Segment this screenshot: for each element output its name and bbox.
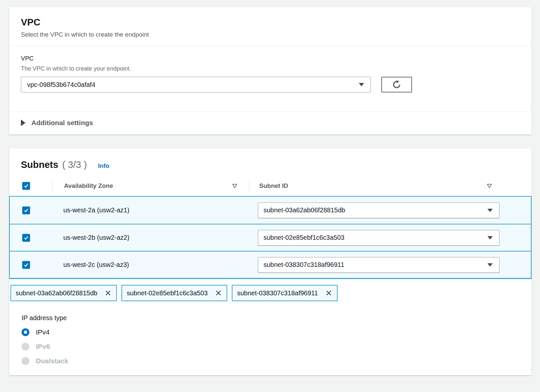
select-all-checkbox[interactable]	[22, 182, 30, 190]
subnet-token: subnet-038307c318af96911	[232, 285, 338, 301]
subnet-token-label: subnet-02e85ebf1c6c3a503	[127, 289, 208, 297]
subnets-selected-rows: us-west-2a (usw2-az1) subnet-03a62ab06f2…	[9, 196, 532, 279]
ipv4-option[interactable]: IPv4	[22, 328, 520, 336]
chevron-down-icon	[487, 236, 493, 239]
subnets-table-header: Availability Zone Subnet ID	[9, 175, 532, 196]
subnet-select-value: subnet-038307c318af96911	[263, 261, 344, 269]
table-row[interactable]: us-west-2b (usw2-az2) subnet-02e85ebf1c6…	[10, 224, 531, 251]
vpc-panel-header: VPC Select the VPC in which to create th…	[9, 7, 532, 46]
subnets-title: Subnets	[21, 159, 58, 170]
vpc-field-help: The VPC in which to create your endpoint…	[21, 65, 520, 72]
triangle-right-icon	[21, 120, 25, 126]
vpc-panel-title: VPC	[21, 17, 520, 28]
dualstack-option: Dualstack	[22, 357, 520, 365]
ip-address-type-group: IP address type IPv4 IPv6 Dualstack	[9, 301, 532, 375]
subnet-token-label: subnet-038307c318af96911	[237, 289, 318, 297]
ipv4-radio[interactable]	[22, 328, 29, 336]
chevron-down-icon	[487, 263, 493, 267]
subnet-sort-icon[interactable]	[486, 183, 492, 188]
subnet-select[interactable]: subnet-038307c318af96911	[258, 257, 500, 273]
dualstack-radio	[22, 357, 29, 365]
ipv6-option: IPv6	[22, 343, 520, 351]
row-checkbox[interactable]	[22, 206, 30, 214]
row-checkbox[interactable]	[22, 234, 30, 242]
subnet-token: subnet-03a62ab06f28815db	[10, 285, 117, 301]
subnets-panel-header: Subnets ( 3/3 ) Info	[9, 148, 532, 175]
info-link[interactable]: Info	[98, 162, 109, 170]
remove-token-button[interactable]	[104, 289, 112, 297]
subnet-select-value: subnet-03a62ab06f28815db	[263, 206, 345, 214]
ipv4-label: IPv4	[36, 328, 50, 336]
subnets-count: ( 3/3 )	[62, 159, 87, 170]
chevron-down-icon	[359, 83, 364, 86]
vpc-select-value: vpc-098f53b674c0afaf4	[27, 81, 95, 89]
availability-zone-value: us-west-2b (usw2-az2)	[63, 234, 129, 241]
availability-zone-value: us-west-2c (usw2-az3)	[63, 261, 129, 269]
dualstack-label: Dualstack	[36, 357, 68, 365]
subnet-select[interactable]: subnet-02e85ebf1c6c3a503	[258, 230, 500, 246]
remove-token-button[interactable]	[325, 289, 332, 297]
additional-settings-label: Additional settings	[31, 119, 93, 127]
additional-settings-toggle[interactable]: Additional settings	[21, 119, 93, 127]
vpc-select[interactable]: vpc-098f53b674c0afaf4	[21, 77, 371, 92]
vpc-panel-footer: Additional settings	[9, 111, 532, 135]
az-sort-icon[interactable]	[232, 183, 238, 188]
ipv6-label: IPv6	[36, 343, 50, 351]
remove-token-button[interactable]	[215, 289, 222, 297]
subnet-select-value: subnet-02e85ebf1c6c3a503	[263, 234, 344, 241]
subnet-token-label: subnet-03a62ab06f28815db	[16, 289, 97, 297]
vpc-panel: VPC Select the VPC in which to create th…	[9, 7, 532, 135]
subnet-token: subnet-02e85ebf1c6c3a503	[121, 285, 227, 301]
ip-address-type-label: IP address type	[22, 314, 520, 322]
vpc-panel-body: VPC The VPC in which to create your endp…	[9, 46, 532, 111]
refresh-button[interactable]	[381, 77, 412, 92]
table-row[interactable]: us-west-2a (usw2-az1) subnet-03a62ab06f2…	[10, 197, 531, 224]
table-row[interactable]: us-west-2c (usw2-az3) subnet-038307c318a…	[10, 251, 531, 278]
vpc-panel-subtitle: Select the VPC in which to create the en…	[21, 31, 520, 38]
subnet-select[interactable]: subnet-03a62ab06f28815db	[258, 203, 500, 218]
refresh-icon	[391, 79, 402, 90]
availability-zone-column-header: Availability Zone	[64, 182, 113, 189]
subnet-token-group: subnet-03a62ab06f28815db subnet-02e85ebf…	[10, 285, 532, 301]
subnet-id-column-header: Subnet ID	[259, 182, 288, 189]
chevron-down-icon	[487, 209, 493, 212]
vpc-field-label: VPC	[21, 55, 520, 62]
ipv6-radio	[22, 343, 29, 351]
subnets-panel: Subnets ( 3/3 ) Info Availability Zone S…	[9, 148, 532, 375]
availability-zone-value: us-west-2a (usw2-az1)	[63, 206, 129, 214]
row-checkbox[interactable]	[22, 261, 30, 269]
